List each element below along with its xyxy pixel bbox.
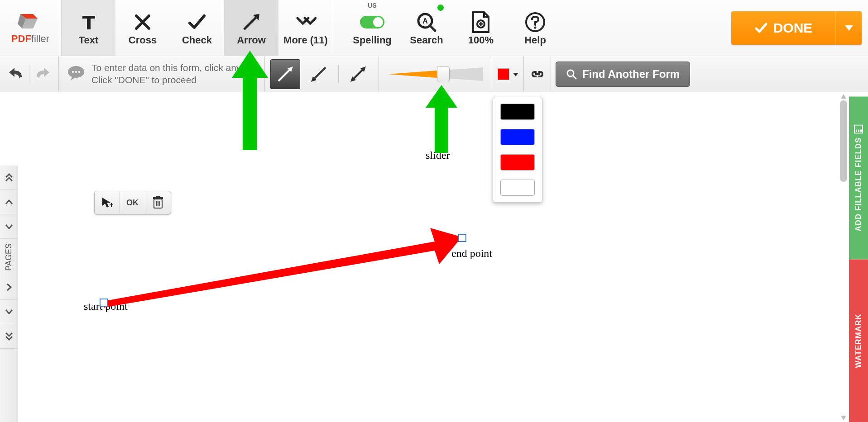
drawn-arrow[interactable]: [95, 223, 466, 314]
arrow-tool-label: Arrow: [237, 34, 266, 46]
svg-line-8: [430, 26, 435, 31]
pages-next-button[interactable]: [0, 214, 18, 239]
arrow-end-handle[interactable]: [458, 234, 466, 242]
add-fillable-fields-rail[interactable]: ADD FILLABLE FIELDS: [849, 97, 868, 260]
cross-tool-label: Cross: [129, 34, 157, 46]
color-swatch: [498, 68, 509, 80]
svg-marker-51: [426, 85, 457, 153]
pages-last-button[interactable]: [0, 324, 18, 349]
more-tool-label: More (11): [283, 34, 328, 46]
annotation-tools: Text Cross Check Arrow More (11): [61, 0, 333, 56]
scrollbar-thumb[interactable]: [840, 100, 847, 182]
chat-bubble-icon: [67, 65, 85, 83]
zoom-document-icon: [470, 10, 491, 34]
link-button[interactable]: [524, 56, 551, 92]
color-option-black[interactable]: [500, 104, 535, 120]
text-tool[interactable]: Text: [61, 0, 115, 56]
pages-next2-button[interactable]: [0, 300, 18, 324]
spelling-tool[interactable]: US Spelling: [345, 0, 399, 56]
help-tool[interactable]: Help: [508, 0, 562, 56]
undo-button[interactable]: [5, 64, 26, 85]
arrow-start-handle[interactable]: [100, 299, 108, 307]
logo-icon: [17, 11, 44, 31]
move-cursor-icon: [101, 196, 114, 209]
more-tool[interactable]: More (11): [278, 0, 333, 56]
divider: [29, 65, 29, 83]
cross-tool[interactable]: Cross: [115, 0, 170, 56]
pages-rail: PAGES: [0, 166, 18, 422]
svg-rect-46: [858, 130, 859, 132]
slider-thumb[interactable]: [437, 66, 450, 82]
color-option-blue[interactable]: [500, 129, 535, 145]
chevron-up-icon: [5, 199, 13, 205]
search-document-icon: A: [415, 10, 438, 34]
search-tool[interactable]: A Search: [399, 0, 454, 56]
svg-rect-44: [854, 125, 863, 133]
arrow-tool[interactable]: Arrow: [224, 0, 278, 56]
color-dropdown: [493, 97, 542, 203]
svg-rect-40: [156, 196, 160, 198]
watermark-rail[interactable]: WATERMARK: [849, 260, 868, 422]
right-rails: ADD FILLABLE FIELDS WATERMARK: [849, 97, 868, 422]
check-tool[interactable]: Check: [170, 0, 224, 56]
redo-button[interactable]: [32, 64, 53, 85]
check-tool-label: Check: [182, 34, 212, 46]
arrow-style-single-start[interactable]: [304, 59, 334, 89]
svg-marker-29: [388, 70, 442, 78]
slider-track-icon: [388, 65, 483, 83]
svg-point-18: [72, 71, 74, 73]
double-chevron-down-icon: [5, 332, 13, 341]
check-icon: [754, 21, 768, 35]
selection-toolbar: OK: [94, 191, 171, 214]
zoom-label: 100%: [468, 34, 494, 46]
svg-marker-15: [845, 25, 853, 31]
form-fields-icon: [854, 125, 863, 134]
move-handle-button[interactable]: [95, 191, 120, 214]
help-label: Help: [524, 34, 546, 46]
svg-text:A: A: [422, 17, 428, 25]
utility-tools: US Spelling A Search 100% Help: [345, 0, 562, 56]
pages-expand-button[interactable]: [0, 275, 18, 300]
svg-marker-34: [103, 228, 462, 308]
text-tool-label: Text: [79, 34, 99, 46]
trash-icon: [153, 196, 163, 209]
scroll-up-button[interactable]: [840, 93, 847, 100]
arrow-style-double[interactable]: [343, 59, 373, 89]
arrow-style-single-end[interactable]: [270, 59, 300, 89]
svg-marker-49: [841, 416, 846, 420]
toggle-on-icon: [360, 10, 385, 34]
pages-first-button[interactable]: [0, 166, 18, 190]
done-button[interactable]: DONE: [731, 11, 862, 45]
logo[interactable]: PDFfiller: [0, 0, 61, 56]
done-button-main[interactable]: DONE: [731, 20, 835, 36]
pages-prev-button[interactable]: [0, 190, 18, 214]
svg-point-6: [373, 17, 383, 27]
cross-icon: [133, 10, 153, 34]
search-label: Search: [410, 34, 443, 46]
pages-rail-label: PAGES: [4, 243, 14, 271]
svg-marker-35: [102, 198, 110, 208]
svg-rect-47: [860, 130, 862, 132]
color-option-red[interactable]: [500, 154, 535, 171]
double-chevron-up-icon: [5, 173, 13, 182]
color-option-white[interactable]: [500, 180, 535, 196]
search-icon: [566, 69, 577, 80]
more-icon: [295, 10, 317, 34]
zoom-tool[interactable]: 100%: [454, 0, 508, 56]
main-toolbar: PDFfiller Text Cross Check Arrow: [0, 0, 868, 56]
svg-point-20: [78, 71, 80, 73]
confirm-ok-button[interactable]: OK: [120, 191, 145, 214]
scroll-down-button[interactable]: [840, 415, 847, 421]
svg-line-21: [278, 69, 290, 81]
delete-button[interactable]: [145, 191, 171, 214]
find-another-form-button[interactable]: Find Another Form: [556, 62, 690, 87]
redo-icon: [35, 68, 50, 81]
chevron-down-icon: [5, 309, 13, 314]
color-picker[interactable]: [492, 56, 524, 92]
chevron-down-icon: [5, 224, 13, 229]
svg-point-14: [534, 26, 537, 28]
undo-icon: [8, 68, 24, 81]
svg-line-25: [353, 69, 363, 79]
done-dropdown[interactable]: [835, 11, 862, 45]
watermark-label: WATERMARK: [854, 313, 863, 368]
